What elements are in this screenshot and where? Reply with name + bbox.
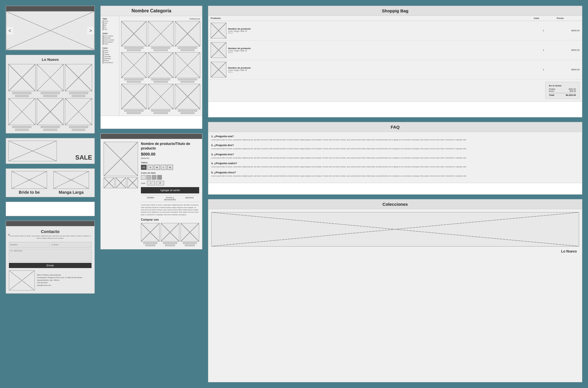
list-item[interactable]	[148, 84, 173, 114]
faq-question-4[interactable]: 4. ¿Pregunta cuatro?	[211, 162, 579, 165]
tab-opciones[interactable]: Opciones	[180, 195, 199, 202]
filter-color-azul[interactable]: Azul	[102, 52, 117, 53]
faq-question-1[interactable]: 1. ¿Pregunta una?	[211, 135, 579, 138]
product-thumb-2[interactable]	[37, 64, 64, 91]
product-thumb-3[interactable]	[127, 177, 138, 188]
list-item[interactable]	[161, 223, 179, 246]
faq-item-3: 3. ¿Pregunta tres? Lorem ipsum dolor sit…	[211, 153, 579, 159]
comprar-label-1	[143, 242, 157, 244]
contact-name-input[interactable]	[9, 242, 50, 248]
list-item[interactable]	[148, 21, 173, 51]
contact-message-textarea[interactable]	[9, 249, 92, 262]
qty-label: Cant:	[141, 182, 146, 184]
list-item[interactable]	[148, 52, 173, 82]
category-manga[interactable]: Manga Larga	[50, 171, 92, 195]
filter-talla-g[interactable]: G	[102, 26, 117, 28]
product-thumb-1[interactable]	[104, 177, 115, 188]
filter-seller-2[interactable]: Nombre	[102, 37, 117, 39]
cat-product-2	[148, 21, 173, 46]
bag-product-delete-2[interactable]: Borrar	[228, 52, 530, 53]
cat-product-8-label	[151, 110, 170, 112]
color-swatch-2[interactable]	[146, 175, 151, 180]
comprar-price-2	[165, 245, 175, 246]
filter-talla-ch[interactable]: CH	[102, 22, 117, 24]
list-item	[37, 98, 64, 131]
contact-email-input[interactable]	[51, 242, 92, 248]
list-item	[65, 98, 92, 131]
product-label-6a	[69, 126, 88, 128]
bag-price-3: $000.00	[557, 68, 580, 71]
color-swatch-4[interactable]	[157, 175, 162, 180]
filter-talla-xch[interactable]: XCH	[102, 20, 117, 22]
filter-color-rojo-bosco[interactable]: Orla Bosco	[102, 62, 117, 63]
product-thumb-5[interactable]	[37, 98, 64, 125]
category-bride[interactable]: Bride to be	[8, 171, 50, 195]
bag-product-delete-3[interactable]: Borrar	[228, 71, 530, 73]
filter-color-rojo[interactable]: Rojo	[102, 50, 117, 51]
contact-submit-button[interactable]: Enviar	[9, 263, 92, 268]
filter-seller-3[interactable]: Otro nombre	[102, 39, 117, 41]
filter-seller-5[interactable]: Otro	[102, 43, 117, 45]
filter-color-verde[interactable]: Verde	[102, 54, 117, 55]
list-item[interactable]	[175, 52, 200, 82]
filter-seller-4[interactable]: Extrangero	[102, 41, 117, 43]
list-item[interactable]	[141, 223, 160, 246]
comprar-product-3	[181, 223, 199, 242]
qty-icon[interactable]: ⊕	[156, 181, 164, 185]
list-item[interactable]	[181, 223, 199, 246]
lo-nuevo-panel: Lo Nuevo	[6, 55, 95, 133]
list-item[interactable]	[121, 21, 147, 51]
categoria-footer-white	[101, 116, 202, 129]
hero-nav-right[interactable]: >	[87, 27, 94, 34]
add-to-cart-button[interactable]: Agregar al carrito	[141, 187, 199, 193]
size-box-s[interactable]: S	[148, 165, 153, 170]
qty-input[interactable]: 1	[147, 181, 155, 185]
bag-product-delete-1[interactable]: Borrar	[228, 32, 530, 34]
cat-product-1-price	[127, 49, 141, 51]
size-box-l[interactable]: L	[161, 165, 166, 170]
bag-col-cant: Cant.	[534, 17, 557, 20]
hero-nav-left[interactable]: <	[7, 27, 13, 34]
tab-detalles[interactable]: Detalles	[141, 195, 160, 202]
cat-product-3-label	[178, 47, 197, 49]
product-thumb-3[interactable]	[65, 64, 92, 91]
filter-seller-1[interactable]: Un nombre	[102, 35, 117, 37]
list-item[interactable]	[175, 84, 200, 114]
colecciones-main-image[interactable]	[211, 212, 579, 247]
faq-question-3[interactable]: 3. ¿Pregunta tres?	[211, 153, 579, 156]
checkbox-icon	[102, 43, 104, 45]
tab-envios[interactable]: Envíos y devoluciones	[160, 195, 180, 202]
product-main-image[interactable]	[104, 142, 138, 176]
bag-product-variant-3: Color: Negro Talla: M	[228, 69, 530, 71]
filter-color-naranja[interactable]: Naranja	[102, 58, 117, 59]
product-thumb-2[interactable]	[115, 177, 126, 188]
product-info: Nombre de producto/Título de producto $0…	[141, 142, 199, 246]
faq-answer-5: Lorem ipsum dolor sit amet, consectetur …	[211, 175, 579, 177]
product-body: Nombre de producto/Título de producto $0…	[101, 139, 202, 249]
cat-product-6-label	[178, 79, 197, 80]
bag-price-2: $000.00	[557, 49, 580, 51]
filter-color-rosa[interactable]: Rosa	[102, 60, 117, 61]
product-thumb-6[interactable]	[65, 98, 92, 125]
filter-talla-m[interactable]: M	[102, 24, 117, 26]
sort-label[interactable]: Ordenar por	[189, 18, 200, 20]
product-thumb-4[interactable]	[8, 98, 36, 125]
list-item[interactable]	[121, 52, 147, 82]
color-swatch-3[interactable]	[152, 175, 156, 180]
hero-top-bar	[6, 6, 94, 11]
cat-product-4	[121, 52, 147, 78]
categoria-panel: Nombre Categoría Talla XCH CH M G XG Sel…	[100, 6, 202, 129]
list-item[interactable]	[175, 21, 200, 51]
size-box-m[interactable]: M	[154, 165, 160, 170]
category-bride-label: Bride to be	[19, 190, 40, 195]
size-box-xs[interactable]: XS	[141, 165, 147, 170]
envio-label: Envío	[549, 90, 554, 92]
filter-talla-xg[interactable]: XG	[102, 28, 117, 30]
color-swatch-1[interactable]	[141, 175, 145, 180]
faq-question-2[interactable]: 2. ¿Pregunta dos?	[211, 144, 579, 147]
product-thumb-1[interactable]	[8, 64, 36, 91]
faq-question-5[interactable]: 5. ¿Pregunta cinco?	[211, 171, 579, 174]
filter-color-amarillo[interactable]: Amarillo	[102, 56, 117, 57]
list-item[interactable]	[121, 84, 147, 114]
size-box-xl[interactable]: XL	[167, 165, 173, 170]
